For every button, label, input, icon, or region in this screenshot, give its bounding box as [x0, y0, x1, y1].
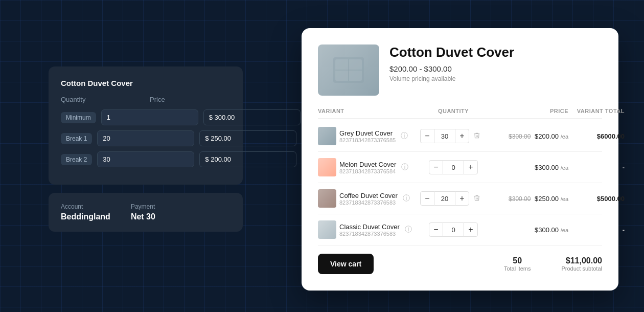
table-row: Melon Duvet Cover 823718342873376584 ⓘ −… [318, 152, 602, 183]
variant-grey-sku: 823718342873376585 [339, 137, 396, 143]
break1-price-input[interactable] [199, 130, 296, 146]
subtotal-label: Product subtotal [562, 265, 603, 272]
variant-coffee-price: $300.00 $250.00 /ea [487, 195, 568, 203]
break2-qty-input[interactable] [97, 151, 194, 167]
qty-control-coffee: − 20 + [420, 191, 469, 206]
variant-melon-sku: 823718342873376584 [339, 168, 396, 174]
col-variant: VARIANT [318, 108, 420, 114]
account-label: Account [61, 203, 110, 210]
account-card: Account Beddingland Payment Net 30 [49, 193, 243, 232]
subtotal-amount: $11,00.00 [562, 256, 603, 265]
payment-section: Payment Net 30 [131, 203, 155, 221]
variant-classic-total: - [568, 226, 625, 234]
qty-value-coffee: 20 [434, 191, 455, 206]
qty-control-melon: − 0 + [420, 160, 487, 174]
qty-control-classic: − 0 + [420, 222, 487, 237]
price-dash: - [419, 64, 424, 73]
variant-coffee-text: Coffee Duvet Cover 823718342873376583 [339, 192, 398, 206]
variant-grey-text: Grey Duvet Cover 823718342873376585 [339, 129, 396, 143]
variant-grey-name: Grey Duvet Cover [339, 129, 396, 137]
qty-value-classic: 0 [443, 222, 464, 237]
qty-value-melon: 0 [443, 160, 464, 174]
variant-classic-sku: 823718342873376583 [339, 231, 400, 237]
minimum-price-input[interactable] [203, 109, 301, 125]
qty-increase-melon[interactable]: + [464, 160, 478, 174]
break2-badge: Break 2 [61, 154, 92, 165]
variant-grey-current-price: $200.00 [535, 132, 559, 140]
account-value: Beddingland [61, 212, 110, 221]
variant-coffee-qty-control: − 20 + [420, 191, 487, 206]
pricing-card: Cotton Duvet Cover Quantity Price Minimu… [49, 66, 243, 185]
variant-classic-name: Classic Duvet Cover [339, 223, 400, 231]
table-row: Coffee Duvet Cover 823718342873376583 ⓘ … [318, 183, 602, 214]
qty-decrease-coffee[interactable]: − [420, 191, 434, 206]
variant-coffee-delete[interactable] [473, 194, 480, 203]
variant-grey-original-price: $300.00 [509, 133, 531, 140]
variant-coffee-per-ea: /ea [561, 196, 568, 202]
variant-melon-info-icon[interactable]: ⓘ [401, 163, 408, 172]
variant-coffee-current-price: $250.00 [535, 195, 559, 203]
variant-coffee-sku: 823718342873376583 [339, 199, 398, 206]
variant-grey-thumb [318, 127, 336, 145]
table-row: Classic Duvet Cover 823718342873376583 ⓘ… [318, 214, 602, 246]
volume-pricing-label: Volume pricing available [389, 75, 514, 82]
variant-coffee-thumb [318, 189, 336, 208]
variant-melon-thumb [318, 158, 336, 176]
total-items: 50 Total items [504, 256, 531, 272]
price-from: $200.00 [389, 64, 417, 73]
qty-increase-coffee[interactable]: + [455, 191, 469, 206]
qty-decrease-classic[interactable]: − [429, 222, 443, 237]
variant-coffee-total: $5000.00 [568, 195, 625, 203]
qty-value-grey: 30 [434, 129, 455, 143]
qty-increase-grey[interactable]: + [455, 129, 469, 143]
break2-price-input[interactable] [199, 151, 296, 167]
product-info: Cotton Duvet Cover $200.00 - $300.00 Vol… [389, 44, 514, 96]
table-header: VARIANT QUANTITY PRICE VARIANT TOTAL [318, 108, 602, 119]
variant-melon-info: Melon Duvet Cover 823718342873376584 ⓘ [318, 158, 420, 176]
variant-grey-per-ea: /ea [561, 133, 568, 140]
pricing-table-header: Quantity Price [61, 96, 231, 103]
col-variant-total: VARIANT TOTAL [568, 108, 625, 114]
pricing-row-minimum: Minimum [61, 109, 231, 125]
footer-totals: 50 Total items $11,00.00 Product subtota… [382, 256, 602, 272]
variant-grey-info-icon[interactable]: ⓘ [401, 131, 408, 141]
variant-melon-name: Melon Duvet Cover [339, 161, 396, 168]
pricing-card-title: Cotton Duvet Cover [61, 79, 231, 87]
variant-melon-per-ea: /ea [561, 165, 568, 171]
variant-melon-price: $300.00 /ea [487, 164, 568, 171]
variant-classic-thumb [318, 220, 336, 239]
col-price: PRICE [487, 108, 568, 114]
variant-grey-total: $6000.00 [568, 132, 625, 140]
price-to: $300.00 [424, 64, 452, 73]
break1-qty-input[interactable] [97, 130, 194, 146]
account-section: Account Beddingland [61, 203, 110, 221]
pricing-row-break2: Break 2 [61, 151, 231, 167]
qty-decrease-grey[interactable]: − [420, 129, 434, 143]
cart-footer: View cart 50 Total items $11,00.00 Produ… [318, 254, 602, 274]
variant-melon-current-price: $300.00 [535, 164, 559, 171]
left-panel: Cotton Duvet Cover Quantity Price Minimu… [49, 66, 243, 232]
variant-grey-delete[interactable] [473, 132, 480, 141]
variant-grey-price: $300.00 $200.00 /ea [487, 132, 568, 140]
total-items-label: Total items [504, 265, 531, 272]
minimum-qty-input[interactable] [101, 109, 198, 125]
col-quantity: QUANTITY [420, 108, 487, 114]
variant-coffee-info-icon[interactable]: ⓘ [403, 194, 410, 203]
variant-coffee-info: Coffee Duvet Cover 823718342873376583 ⓘ [318, 189, 420, 208]
variant-classic-info: Classic Duvet Cover 823718342873376583 ⓘ [318, 220, 420, 239]
qty-increase-classic[interactable]: + [464, 222, 478, 237]
break1-badge: Break 1 [61, 133, 92, 144]
variant-classic-per-ea: /ea [561, 227, 568, 233]
view-cart-button[interactable]: View cart [318, 254, 374, 274]
product-image [318, 44, 379, 96]
variant-melon-total: - [568, 164, 625, 171]
qty-decrease-melon[interactable]: − [429, 160, 443, 174]
variant-grey-info: Grey Duvet Cover 823718342873376585 ⓘ [318, 127, 420, 145]
product-title: Cotton Duvet Cover [389, 44, 514, 60]
product-subtotal: $11,00.00 Product subtotal [562, 256, 603, 272]
variant-classic-info-icon[interactable]: ⓘ [405, 225, 412, 234]
qty-column-header: Quantity [61, 96, 142, 103]
variant-coffee-name: Coffee Duvet Cover [339, 192, 398, 199]
variant-grey-qty-control: − 30 + [420, 129, 487, 143]
product-panel: Cotton Duvet Cover $200.00 - $300.00 Vol… [302, 28, 618, 291]
